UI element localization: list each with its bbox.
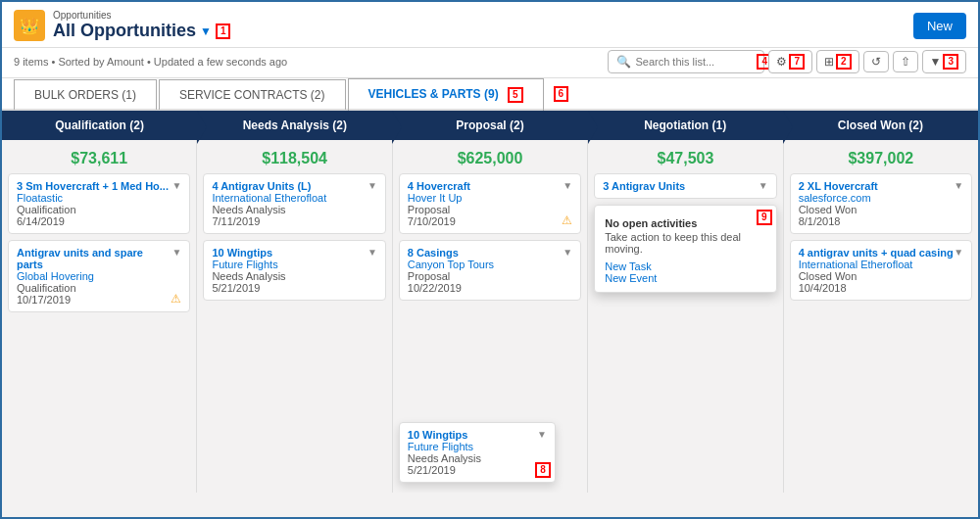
kanban-col-proposal: $625,000 4 Hovercraft ▼ Hover It Up Prop… <box>393 140 588 493</box>
kanban-col-header-needs-analysis: Needs Analysis (2) <box>197 111 392 140</box>
kanban-header: Qualification (2) Needs Analysis (2) Pro… <box>2 111 978 140</box>
popup-links: New Task New Event <box>605 260 765 284</box>
col-total-needs-analysis: $118,504 <box>203 146 385 173</box>
tab-bulk-orders[interactable]: BULK ORDERS (1) <box>14 79 157 110</box>
table-row: 2 XL Hovercraft ▼ salesforce.com Closed … <box>790 173 972 234</box>
gear-button[interactable]: ⚙ 7 <box>768 50 812 73</box>
card-dropdown-icon[interactable]: ▼ <box>537 429 547 440</box>
kanban-col-negotiation: $47,503 3 Antigrav Units ▼ No open activ… <box>588 140 783 493</box>
annotation-8: 8 <box>535 462 551 478</box>
header-title: All Opportunities ▼ 1 <box>53 21 230 41</box>
table-row: 10 Wingtips ▼ Future Flights Needs Analy… <box>203 240 385 301</box>
annotation-5: 5 <box>508 87 523 103</box>
annotation-2: 2 <box>836 54 852 70</box>
popup-new-task[interactable]: New Task <box>605 260 765 272</box>
title-dropdown-arrow[interactable]: ▼ <box>200 24 212 38</box>
tabs-row: BULK ORDERS (1) SERVICE CONTRACTS (2) VE… <box>2 78 978 111</box>
popup-no-activity: No open activities <box>605 217 765 229</box>
annotation-7: 7 <box>789 54 805 70</box>
search-wrapper: 🔍 4 <box>608 50 764 73</box>
negotiation-popup: No open activities Take action to keep t… <box>594 205 776 293</box>
tab-service-contracts[interactable]: SERVICE CONTRACTS (2) <box>159 79 345 110</box>
grid-icon: ⊞ <box>824 55 834 69</box>
kanban-col-header-qualification: Qualification (2) <box>2 111 197 140</box>
tabs-row-wrapper: BULK ORDERS (1) SERVICE CONTRACTS (2) VE… <box>2 78 978 111</box>
gear-icon: ⚙ <box>776 55 787 69</box>
col-total-qualification: $73,611 <box>8 146 190 173</box>
popup-new-event[interactable]: New Event <box>605 272 765 284</box>
header-left: 👑 Opportunities All Opportunities ▼ 1 <box>14 10 230 41</box>
col-total-negotiation: $47,503 <box>594 146 776 173</box>
warning-icon: ⚠ <box>171 292 181 306</box>
card-dropdown-icon[interactable]: ▼ <box>368 180 377 191</box>
status-text: 9 items • Sorted by Amount • Updated a f… <box>14 56 287 68</box>
table-row: 3 Sm Hovercraft + 1 Med Ho... ▼ Floatast… <box>8 173 190 234</box>
card-dropdown-icon[interactable]: ▼ <box>563 247 572 258</box>
dragged-card[interactable]: 10 Wingtips ▼ Future Flights Needs Analy… <box>399 422 556 483</box>
card-dropdown-icon[interactable]: ▼ <box>563 180 572 191</box>
share-icon: ⇧ <box>901 55 910 69</box>
col-total-closed-won: $397,002 <box>790 146 972 173</box>
tab-vehicles-parts[interactable]: VEHICLES & PARTS (9) 5 <box>348 78 544 111</box>
filter-icon: ▼ <box>930 55 942 69</box>
subheader-right: 🔍 4 ⚙ 7 ⊞ 2 ↺ ⇧ ▼ <box>608 50 966 73</box>
kanban-col-closed-won: $397,002 2 XL Hovercraft ▼ salesforce.co… <box>784 140 978 493</box>
new-button[interactable]: New <box>913 13 966 39</box>
top-header: 👑 Opportunities All Opportunities ▼ 1 Ne… <box>2 2 978 48</box>
card-dropdown-icon[interactable]: ▼ <box>172 180 182 191</box>
crown-icon: 👑 <box>14 10 45 41</box>
header-subtitle: Opportunities <box>53 10 230 21</box>
card-dropdown-icon[interactable]: ▼ <box>172 247 182 258</box>
table-row: 3 Antigrav Units ▼ <box>594 173 776 199</box>
refresh-icon: ↺ <box>871 55 881 69</box>
kanban-body: $73,611 3 Sm Hovercraft + 1 Med Ho... ▼ … <box>2 140 978 493</box>
annotation-9: 9 <box>757 210 772 225</box>
filter-button[interactable]: ▼ 3 <box>922 50 966 73</box>
search-icon: 🔍 <box>616 55 631 69</box>
card-dropdown-icon[interactable]: ▼ <box>759 180 768 191</box>
kanban-col-header-negotiation: Negotiation (1) <box>588 111 783 140</box>
table-row: Antigrav units and spare parts ▼ Global … <box>8 240 190 312</box>
card-dropdown-icon[interactable]: ▼ <box>954 180 963 191</box>
table-row: 4 Hovercraft ▼ Hover It Up Proposal 7/10… <box>399 173 581 234</box>
search-input[interactable] <box>635 56 753 68</box>
table-row: 4 antigrav units + quad casing ▼ Interna… <box>790 240 972 301</box>
new-button-wrapper: New <box>913 13 966 39</box>
annotation-6: 6 <box>554 86 569 102</box>
kanban-col-needs-analysis: $118,504 4 Antigrav Units (L) ▼ Internat… <box>197 140 392 493</box>
card-dropdown-icon[interactable]: ▼ <box>954 247 963 258</box>
kanban-col-qualification: $73,611 3 Sm Hovercraft + 1 Med Ho... ▼ … <box>2 140 197 493</box>
annotation-3: 3 <box>943 54 958 70</box>
subheader: 9 items • Sorted by Amount • Updated a f… <box>2 48 978 78</box>
toolbar-icons: ⚙ 7 ⊞ 2 ↺ ⇧ ▼ 3 <box>768 50 966 73</box>
table-row: 4 Antigrav Units (L) ▼ International Eth… <box>203 173 385 234</box>
header-title-block: Opportunities All Opportunities ▼ 1 <box>53 10 230 41</box>
share-button[interactable]: ⇧ <box>893 51 918 72</box>
refresh-button[interactable]: ↺ <box>863 51 889 72</box>
kanban-col-header-proposal: Proposal (2) <box>392 111 587 140</box>
card-dropdown-icon[interactable]: ▼ <box>368 247 377 258</box>
warning-icon: ⚠ <box>562 213 572 227</box>
annotation-1: 1 <box>216 24 231 39</box>
kanban-col-header-closed-won: Closed Won (2) <box>783 111 978 140</box>
page-container: 👑 Opportunities All Opportunities ▼ 1 Ne… <box>0 0 980 519</box>
kanban-main: Qualification (2) Needs Analysis (2) Pro… <box>2 111 978 493</box>
col-total-proposal: $625,000 <box>399 146 581 173</box>
grid-button[interactable]: ⊞ 2 <box>816 50 859 73</box>
popup-message: Take action to keep this deal moving. <box>605 231 765 255</box>
table-row: 8 Casings ▼ Canyon Top Tours Proposal 10… <box>399 240 581 301</box>
